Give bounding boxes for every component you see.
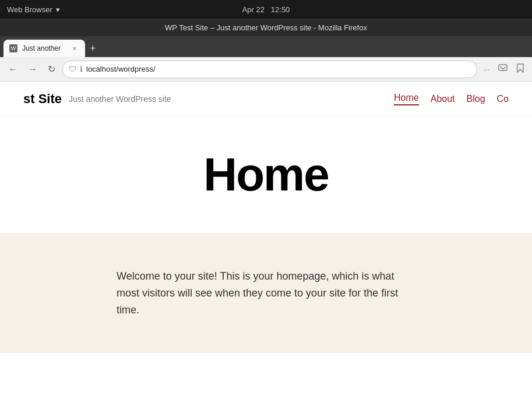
nav-home[interactable]: Home [394,93,419,105]
date-label: Apr 22 [242,5,265,14]
tab-bar: W Just another × + [0,36,532,57]
bookmark-button[interactable] [513,61,527,77]
back-button[interactable]: ← [5,62,21,77]
site-branding: st Site Just another WordPress site [23,91,171,107]
window-title-text: WP Test Site – Just another WordPress si… [165,23,367,32]
svg-marker-1 [517,64,523,72]
app-dropdown-icon[interactable]: ▾ [56,5,60,14]
time-label: 12:50 [271,5,290,14]
welcome-text: Welcome to your site! This is your homep… [117,268,415,318]
address-actions: ··· [481,61,527,77]
browser-titlebar: Web Browser ▾ Apr 22 12:50 [0,0,532,19]
tab-close-button[interactable]: × [70,44,79,53]
tab-favicon: W [9,44,17,52]
security-icon: 🛡 [69,65,76,73]
site-title[interactable]: st Site [23,91,62,107]
nav-blog[interactable]: Blog [467,94,485,104]
active-tab[interactable]: W Just another × [3,40,85,57]
address-input-wrapper[interactable]: 🛡 ℹ localhost/wordpress/ [62,61,477,78]
content-area: Welcome to your site! This is your homep… [0,233,532,353]
reload-button[interactable]: ↻ [44,61,59,77]
site-tagline: Just another WordPress site [69,94,171,104]
titlebar-center: Apr 22 12:50 [242,5,290,14]
address-bar: ← → ↻ 🛡 ℹ localhost/wordpress/ ··· [0,57,532,82]
address-text[interactable]: localhost/wordpress/ [86,65,471,73]
forward-button[interactable]: → [24,62,41,77]
wp-site: st Site Just another WordPress site Home… [0,82,532,353]
hero-area: Home [0,116,532,233]
titlebar-left: Web Browser ▾ [7,5,60,14]
pocket-button[interactable] [496,61,510,77]
site-header: st Site Just another WordPress site Home… [0,82,532,116]
nav-about[interactable]: About [431,94,455,104]
hero-title: Home [203,148,328,202]
nav-contact[interactable]: Co [497,94,509,104]
info-icon: ℹ [80,65,83,73]
tab-title: Just another [22,44,65,52]
app-name-label: Web Browser [7,5,52,14]
site-nav: Home About Blog Co [394,93,509,105]
browser-window-title: WP Test Site – Just another WordPress si… [0,19,532,36]
overflow-button[interactable]: ··· [481,62,492,76]
new-tab-button[interactable]: + [85,40,101,57]
